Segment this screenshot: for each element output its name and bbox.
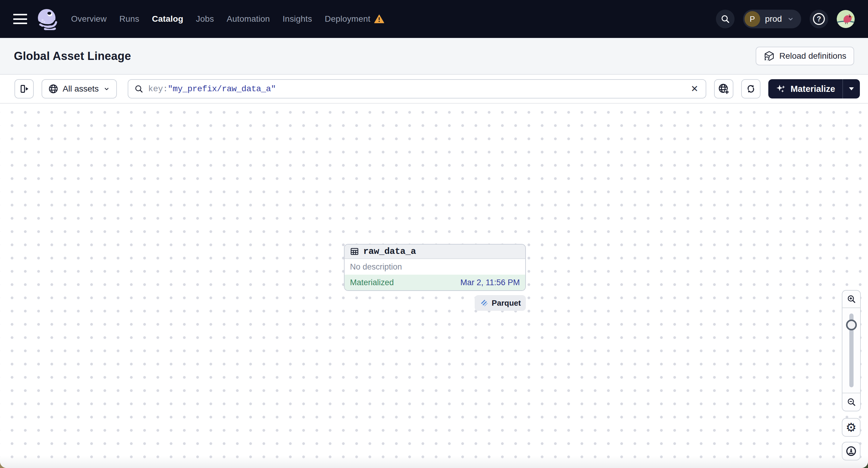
primary-nav: Overview Runs Catalog Jobs Automation In… [71, 14, 384, 24]
help-icon: ? [812, 12, 826, 26]
nav-item-deployment-label: Deployment [325, 14, 370, 24]
asset-search-input[interactable]: key:"my_prefix/raw_data_a" ✕ [128, 79, 706, 98]
svg-text:?: ? [817, 15, 821, 23]
nav-item-automation[interactable]: Automation [227, 14, 270, 24]
lineage-toolbar: All assets key:"my_prefix/raw_data_a" ✕ [0, 75, 868, 103]
asset-status-row: Materialized Mar 2, 11:56 PM [345, 275, 525, 290]
environment-switcher[interactable]: P prod [743, 10, 801, 28]
app-window: Overview Runs Catalog Jobs Automation In… [0, 0, 868, 468]
asset-scope-label: All assets [63, 84, 99, 94]
asset-scope-dropdown[interactable]: All assets [41, 79, 117, 98]
asset-description: No description [345, 259, 525, 275]
asset-kind-tag-parquet[interactable]: Parquet [475, 295, 526, 311]
reload-definitions-label: Reload definitions [779, 51, 846, 61]
materialize-options-button[interactable] [843, 79, 860, 98]
asset-name: raw_data_a [363, 246, 416, 257]
nav-item-overview[interactable]: Overview [71, 14, 106, 24]
lineage-canvas[interactable]: raw_data_a No description Materialized M… [0, 103, 868, 468]
nav-right-cluster: P prod ? [716, 10, 855, 28]
asset-status-badge: Materialized [350, 278, 394, 287]
hamburger-menu-button[interactable] [13, 14, 27, 24]
zoom-in-icon [847, 294, 856, 304]
zoom-control-panel [842, 290, 861, 411]
search-icon [720, 14, 730, 24]
caret-down-icon [848, 87, 855, 91]
materialize-button[interactable]: Materialize [768, 79, 842, 98]
page-header: Global Asset Lineage Reload definitions [0, 38, 868, 75]
search-query-prefix: key: [148, 84, 168, 94]
reload-definitions-icon [764, 50, 775, 62]
top-nav: Overview Runs Catalog Jobs Automation In… [0, 0, 868, 38]
globe-icon [48, 84, 58, 94]
clear-search-button[interactable]: ✕ [690, 83, 700, 95]
zoom-in-button[interactable] [842, 291, 860, 308]
refresh-icon [745, 84, 756, 94]
nav-item-deployment[interactable]: Deployment [325, 14, 384, 24]
search-query-value: "my_prefix/raw_data_a" [168, 84, 276, 94]
download-icon [845, 445, 857, 457]
user-avatar[interactable] [837, 10, 855, 28]
download-graph-button[interactable] [842, 442, 861, 461]
chevron-down-icon [103, 85, 110, 92]
search-icon [134, 84, 143, 93]
materialize-label: Materialize [790, 84, 835, 94]
global-search-button[interactable] [716, 10, 735, 28]
warning-icon [374, 14, 384, 24]
chevron-down-icon [787, 15, 795, 23]
asset-node-raw-data-a[interactable]: raw_data_a No description Materialized M… [344, 244, 526, 291]
nav-item-runs[interactable]: Runs [119, 14, 139, 24]
nav-item-catalog[interactable]: Catalog [152, 14, 183, 24]
page-title: Global Asset Lineage [14, 50, 131, 63]
sparkles-icon [776, 84, 786, 94]
asset-materialization-timestamp: Mar 2, 11:56 PM [460, 278, 520, 287]
cardinal-bird-avatar-image [837, 10, 855, 28]
table-icon [350, 247, 359, 256]
environment-name: prod [765, 14, 782, 24]
refresh-button[interactable] [741, 79, 761, 98]
zoom-out-button[interactable] [842, 393, 860, 411]
parquet-icon [480, 299, 489, 308]
environment-avatar: P [745, 11, 760, 27]
nav-item-insights[interactable]: Insights [282, 14, 312, 24]
zoom-slider[interactable] [842, 308, 860, 393]
open-side-panel-button[interactable] [14, 79, 34, 98]
asset-node-header: raw_data_a [345, 245, 525, 259]
nav-item-jobs[interactable]: Jobs [196, 14, 214, 24]
graph-settings-button[interactable]: ⚙ [842, 418, 861, 437]
zoom-out-icon [847, 397, 856, 407]
graph-scope-button[interactable] [714, 79, 733, 98]
asset-kind-tag-label: Parquet [492, 299, 521, 308]
materialize-split-button: Materialize [768, 79, 860, 98]
globe-plus-icon [718, 83, 730, 95]
reload-definitions-button[interactable]: Reload definitions [756, 47, 854, 65]
gear-icon: ⚙ [846, 421, 857, 433]
dagster-logo-icon[interactable] [35, 8, 58, 30]
help-button[interactable]: ? [810, 10, 828, 28]
zoom-slider-thumb[interactable] [846, 319, 857, 331]
panel-toggle-icon [19, 84, 29, 94]
